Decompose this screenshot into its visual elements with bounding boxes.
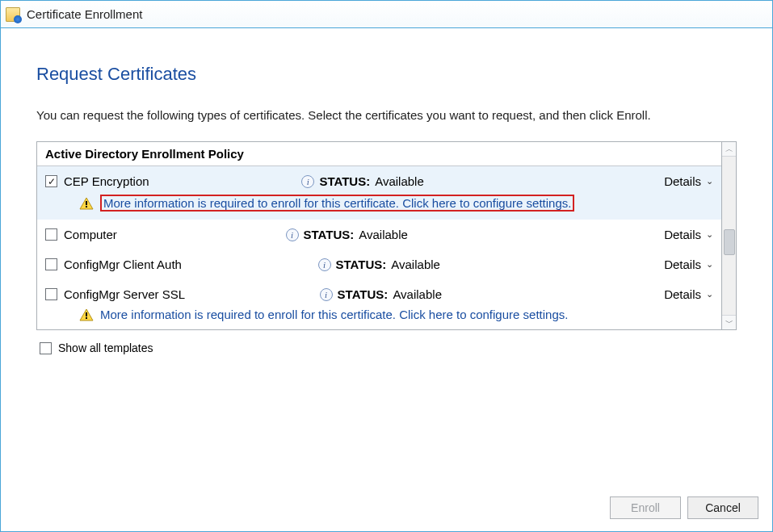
scrollbar[interactable]: ︿ ﹀	[722, 141, 737, 330]
certificate-checkbox[interactable]	[45, 175, 57, 187]
info-icon: i	[320, 288, 333, 301]
details-label: Details	[664, 228, 701, 241]
details-button[interactable]: Details⌄	[664, 228, 713, 241]
svg-rect-1	[86, 201, 87, 205]
info-icon: i	[286, 228, 299, 241]
chevron-down-icon: ⌄	[706, 176, 713, 186]
chevron-down-icon: ⌄	[706, 289, 713, 300]
certificate-row[interactable]: ComputeriSTATUS:AvailableDetails⌄	[37, 220, 721, 245]
certificate-row[interactable]: ConfigMgr Server SSLiSTATUS:AvailableDet…	[37, 279, 721, 304]
details-label: Details	[664, 174, 701, 188]
configure-settings-link[interactable]: More information is required to enroll f…	[100, 195, 574, 212]
show-all-label: Show all templates	[58, 341, 153, 354]
cancel-button[interactable]: Cancel	[687, 496, 758, 519]
chevron-down-icon: ⌄	[706, 259, 713, 270]
status-value: Available	[391, 258, 440, 271]
show-all-row: Show all templates	[36, 341, 737, 354]
info-icon: i	[318, 258, 331, 271]
policy-header: Active Directory Enrollment Policy	[37, 142, 721, 166]
certificate-group: ConfigMgr Client AuthiSTATUS:AvailableDe…	[37, 249, 721, 279]
chevron-down-icon: ⌄	[706, 229, 713, 240]
scroll-thumb[interactable]	[724, 229, 735, 255]
svg-rect-5	[86, 317, 87, 319]
status-value: Available	[359, 228, 408, 241]
enroll-button[interactable]: Enroll	[610, 496, 681, 519]
show-all-checkbox[interactable]	[40, 342, 52, 354]
info-icon: i	[301, 175, 314, 188]
certificate-checkbox[interactable]	[45, 228, 57, 241]
status-value: Available	[375, 174, 424, 188]
certificate-group: ComputeriSTATUS:AvailableDetails⌄	[37, 220, 721, 249]
policy-box-wrapper: Active Directory Enrollment Policy CEP E…	[36, 141, 737, 330]
dialog-footer: Enroll Cancel	[610, 496, 758, 519]
details-button[interactable]: Details⌄	[664, 287, 713, 301]
title-bar: Certificate Enrollment	[1, 1, 772, 28]
warning-icon	[79, 308, 94, 321]
content-area: Request Certificates You can request the…	[1, 28, 772, 362]
svg-rect-4	[86, 312, 87, 316]
certificate-name: ConfigMgr Server SSL	[64, 287, 185, 301]
status-block: iSTATUS:Available	[301, 174, 511, 188]
status-label: STATUS:	[319, 174, 370, 188]
certificate-checkbox[interactable]	[45, 258, 57, 270]
certificate-row[interactable]: CEP EncryptioniSTATUS:AvailableDetails⌄	[37, 166, 721, 191]
certificate-name: Computer	[64, 228, 117, 241]
certificate-group: CEP EncryptioniSTATUS:AvailableDetails⌄M…	[37, 166, 721, 220]
status-block: iSTATUS:Available	[320, 287, 530, 301]
status-label: STATUS:	[338, 287, 389, 301]
details-button[interactable]: Details⌄	[664, 258, 713, 271]
scroll-down-button[interactable]: ﹀	[722, 315, 736, 329]
page-intro: You can request the following types of c…	[36, 107, 737, 124]
status-value: Available	[393, 287, 442, 301]
certificate-icon	[6, 7, 20, 22]
more-info-row: More information is required to enroll f…	[37, 191, 721, 220]
certificate-list: CEP EncryptioniSTATUS:AvailableDetails⌄M…	[37, 166, 721, 329]
details-label: Details	[664, 287, 701, 301]
certificate-row[interactable]: ConfigMgr Client AuthiSTATUS:AvailableDe…	[37, 249, 721, 274]
status-block: iSTATUS:Available	[318, 258, 528, 271]
configure-settings-link[interactable]: More information is required to enroll f…	[100, 308, 568, 321]
details-label: Details	[664, 258, 701, 271]
page-heading: Request Certificates	[36, 64, 737, 85]
certificate-group: ConfigMgr Server SSLiSTATUS:AvailableDet…	[37, 279, 721, 329]
status-label: STATUS:	[304, 228, 355, 241]
status-block: iSTATUS:Available	[286, 228, 496, 241]
policy-box: Active Directory Enrollment Policy CEP E…	[36, 141, 722, 330]
enroll-button-label: Enroll	[631, 501, 660, 514]
svg-rect-2	[86, 206, 87, 207]
scroll-up-button[interactable]: ︿	[722, 142, 736, 157]
cancel-button-label: Cancel	[705, 501, 741, 514]
certificate-name: CEP Encryption	[64, 174, 149, 188]
certificate-name: ConfigMgr Client Auth	[64, 258, 182, 271]
more-info-row: More information is required to enroll f…	[37, 304, 721, 329]
certificate-checkbox[interactable]	[45, 288, 57, 300]
window-title: Certificate Enrollment	[27, 7, 142, 21]
details-button[interactable]: Details⌄	[664, 174, 713, 188]
status-label: STATUS:	[336, 258, 387, 271]
warning-icon	[79, 197, 94, 210]
